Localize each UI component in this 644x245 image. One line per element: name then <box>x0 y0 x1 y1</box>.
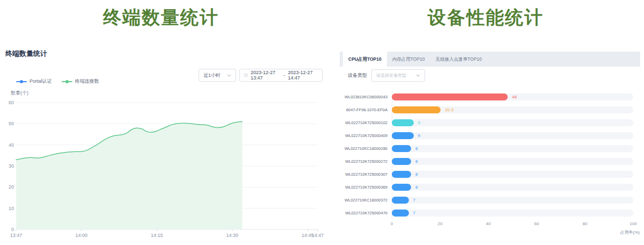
bar-track: 7 <box>392 197 633 204</box>
bar-row: WL023610KC0600004348 <box>340 90 640 103</box>
tab-bar: CPU占用TOP10 内存占用TOP10 无线接入点速率TOP10 <box>340 52 640 67</box>
bar-row: WL022710K7250003698 <box>340 181 640 193</box>
date-end[interactable]: 2023-12-27 14:47 <box>288 70 318 81</box>
bar-fill <box>392 106 441 113</box>
tab-cpu-top10[interactable]: CPU占用TOP10 <box>343 52 387 67</box>
y-axis-name: 数量(个) <box>11 90 28 96</box>
terminal-stats-heading: 终端数量统计 <box>0 5 322 30</box>
bar-fill <box>392 145 411 152</box>
clock-icon <box>244 73 248 78</box>
bar-track: 9 <box>392 132 633 139</box>
bar-row: WL022710K7250002728 <box>340 155 640 168</box>
x-tick-label: 14:30 <box>226 233 239 238</box>
bar-fill <box>392 184 411 191</box>
bar-row: WL022710KC180003727 <box>340 193 640 206</box>
date-range-picker[interactable]: 2023-12-27 13:47 - 2023-12-27 14:47 <box>239 69 323 82</box>
device-name-label: WL022710K725000470 <box>340 211 387 215</box>
legend-label-terminal: 终端连接数 <box>75 78 99 85</box>
bar-row: WL022710K7250004707 <box>340 206 640 219</box>
bar-track: 8 <box>392 184 633 191</box>
bar-track: 8 <box>392 171 633 178</box>
bar-fill <box>392 93 508 100</box>
x-tick-label: 60 <box>535 221 539 226</box>
legend: Portal认证 终端连接数 <box>16 78 99 85</box>
bar-value-label: 7 <box>413 198 415 203</box>
y-tick-label: 0 <box>11 227 14 232</box>
chevron-down-icon <box>416 74 420 77</box>
tab-wireless-rate-top10[interactable]: 无线接入点速率TOP10 <box>430 52 487 67</box>
bar-value-label: 8 <box>415 159 418 164</box>
bar-track: 20.3 <box>392 106 633 113</box>
device-name-label: WL022710KC18000280 <box>340 146 387 151</box>
legend-item-portal[interactable]: Portal认证 <box>16 78 52 85</box>
y-tick-label: 30 <box>9 163 14 169</box>
bar-track: 9 <box>392 119 633 126</box>
y-tick-label: 60 <box>9 100 14 105</box>
chevron-down-icon <box>227 74 231 77</box>
y-tick-label: 20 <box>9 184 14 190</box>
series-area <box>16 121 243 229</box>
device-name-label: WL022710K725000409 <box>340 133 387 138</box>
legend-item-terminal[interactable]: 终端连接数 <box>62 78 99 85</box>
bar-value-label: 8 <box>415 185 418 190</box>
y-tick-label: 50 <box>9 121 14 126</box>
cpu-usage-bar-chart: WL023610KC06000043486047-FF96-1070-EF0A2… <box>340 90 640 219</box>
device-type-select[interactable]: 请选择设备类型 <box>371 69 425 82</box>
device-name-label: WL022710K725000307 <box>340 172 387 177</box>
bar-row: WL022710K7250004099 <box>340 129 640 142</box>
x-tick-label: 40 <box>486 221 491 226</box>
device-type-placeholder: 请选择设备类型 <box>376 73 406 78</box>
device-name-label: WL022710K725000369 <box>340 185 387 190</box>
device-performance-panel: CPU占用TOP10 内存占用TOP10 无线接入点速率TOP10 设备类型 请… <box>340 52 640 243</box>
y-tick-label: 10 <box>9 206 14 211</box>
device-stats-heading: 设备性能统计 <box>327 5 644 30</box>
bar-fill <box>392 158 411 165</box>
time-range-value: 近1小时 <box>203 72 221 79</box>
bar-fill <box>392 197 409 204</box>
bar-value-label: 8 <box>415 146 418 151</box>
device-type-label: 设备类型 <box>348 72 367 79</box>
bar-fill <box>392 171 411 178</box>
time-range-select[interactable]: 近1小时 <box>199 69 236 82</box>
bar-row: WL022710K7250001029 <box>340 116 640 129</box>
bar-value-label: 20.3 <box>445 107 453 112</box>
tab-memory-top10[interactable]: 内存占用TOP10 <box>387 52 430 67</box>
legend-label-portal: Portal认证 <box>30 78 52 85</box>
x-tick-label: 14:47 <box>312 233 324 238</box>
x-tick-label: 20 <box>438 221 443 226</box>
terminal-line-chart: 0102030405060数量(个)13:4714:0014:1514:3014… <box>0 89 328 242</box>
bar-fill <box>392 132 414 139</box>
bar-value-label: 8 <box>415 172 418 177</box>
x-tick-label: 100 <box>630 221 636 226</box>
bar-track: 8 <box>392 145 633 152</box>
bar-track: 8 <box>392 158 633 165</box>
device-name-label: WL022710K725000272 <box>340 159 387 164</box>
legend-marker-terminal-icon <box>62 80 72 84</box>
x-tick-label: 14:00 <box>76 233 88 238</box>
bar-track: 7 <box>392 210 633 217</box>
bar-row: WL022710KC180002808 <box>340 142 640 155</box>
bar-value-label: 7 <box>413 211 415 215</box>
terminal-panel-title: 终端数量统计 <box>5 49 47 59</box>
device-type-filter: 设备类型 请选择设备类型 <box>348 69 425 82</box>
x-axis-label: 占用率(%) <box>392 229 640 235</box>
bar-row: WL022710K7250003078 <box>340 168 640 181</box>
bar-value-label: 9 <box>418 133 420 138</box>
bar-value-label: 9 <box>418 120 420 125</box>
bar-chart-x-ticks: 020406080100 <box>392 221 633 227</box>
date-separator: - <box>283 73 285 78</box>
bar-track: 48 <box>392 93 633 100</box>
x-tick-label: 14:15 <box>151 233 163 238</box>
device-name-label: WL022710KC18000372 <box>340 198 387 203</box>
x-tick-label: 13:47 <box>10 233 23 238</box>
device-name-label: WL022710K725000102 <box>340 120 387 125</box>
bar-fill <box>392 210 409 217</box>
x-tick-label: 80 <box>583 221 588 226</box>
bar-value-label: 48 <box>512 95 517 99</box>
date-start[interactable]: 2023-12-27 13:47 <box>251 70 281 81</box>
device-name-label: WL023610KC06000043 <box>340 95 387 99</box>
legend-marker-portal-icon <box>16 80 27 84</box>
device-name-label: 6047-FF96-1070-EF0A <box>340 107 387 112</box>
dashboard: 终端数量统计 设备性能统计 终端数量统计 近1小时 2023-12-27 13:… <box>0 0 644 245</box>
y-tick-label: 40 <box>9 142 14 148</box>
